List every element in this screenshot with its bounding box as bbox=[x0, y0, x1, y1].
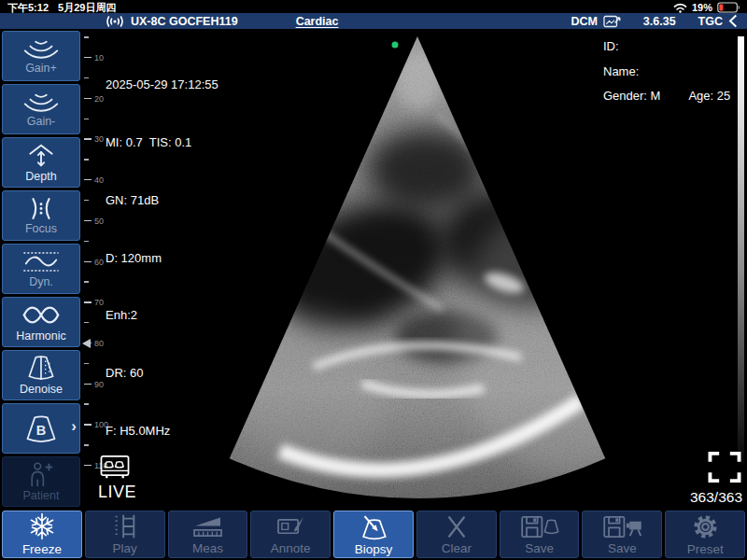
annotate-label: Annote bbox=[271, 541, 311, 555]
patient-label: Patient bbox=[23, 489, 60, 502]
gain-minus-button[interactable]: Gain- bbox=[2, 84, 80, 134]
clear-label: Clear bbox=[442, 541, 472, 555]
bottom-toolbar: Freeze Play Meas bbox=[0, 509, 747, 560]
ruler-tick bbox=[84, 220, 92, 221]
play-label: Play bbox=[113, 541, 137, 555]
battery-icon bbox=[717, 2, 740, 13]
patient-gender: Gender: M bbox=[603, 89, 660, 103]
ruler-depth-label: 50 bbox=[94, 217, 104, 226]
patient-id: ID: bbox=[603, 39, 730, 53]
focus-marker bbox=[82, 339, 91, 348]
imaging-parameters: 2025-05-29 17:12:55 MI: 0.7 TIS: 0.1 GN:… bbox=[106, 37, 218, 480]
gain-plus-button[interactable]: Gain+ bbox=[2, 31, 80, 81]
gain-text: GN: 71dB bbox=[106, 191, 218, 211]
dynamic-range-label: Dyn. bbox=[29, 275, 53, 288]
ruler-tick bbox=[84, 36, 89, 37]
tgc-chevron-icon[interactable] bbox=[728, 14, 738, 28]
measure-label: Meas bbox=[192, 541, 223, 555]
gain-plus-label: Gain+ bbox=[25, 62, 57, 75]
ruler-tick bbox=[84, 424, 92, 425]
save-video-button[interactable]: Save bbox=[582, 511, 662, 558]
b-mode-expand-chevron-icon[interactable]: › bbox=[71, 417, 77, 436]
ruler-depth-label: 80 bbox=[94, 339, 104, 348]
dcm-label[interactable]: DCM bbox=[571, 15, 597, 28]
dynamic-range-button[interactable]: Dyn. bbox=[2, 244, 80, 294]
grayscale-map-bar bbox=[738, 36, 744, 465]
orientation-marker-dot bbox=[392, 42, 399, 49]
annotate-button[interactable]: Annote bbox=[250, 511, 331, 558]
patient-age: Age: 25 bbox=[688, 89, 730, 103]
patient-info: ID: Name: Gender: M Age: 25 bbox=[603, 39, 730, 114]
focus-button[interactable]: Focus bbox=[2, 190, 80, 241]
save-image-button[interactable]: Save bbox=[500, 511, 580, 558]
ruler-tick bbox=[84, 384, 92, 385]
ruler-tick bbox=[84, 281, 89, 282]
exam-preset-link[interactable]: Cardiac bbox=[296, 15, 339, 28]
tgc-label[interactable]: TGC bbox=[698, 15, 723, 28]
freeze-button[interactable]: Freeze bbox=[2, 511, 82, 558]
ultrasound-app: 下午5:12 5月29日周四 19% bbox=[0, 0, 747, 560]
freeze-label: Freeze bbox=[22, 542, 62, 556]
mi-tis-text: MI: 0.7 TIS: 0.1 bbox=[106, 133, 218, 153]
ruler-depth-label: 90 bbox=[94, 380, 104, 389]
ruler-depth-label: 10 bbox=[94, 53, 104, 63]
annotate-icon bbox=[274, 514, 308, 539]
ruler-tick bbox=[84, 77, 89, 78]
ruler-tick bbox=[84, 322, 89, 323]
ruler-tick bbox=[84, 465, 92, 466]
b-mode-button[interactable]: B › bbox=[2, 403, 80, 454]
ruler-tick bbox=[84, 241, 89, 242]
freeze-icon bbox=[28, 512, 56, 540]
measure-icon bbox=[190, 514, 225, 539]
ruler-tick bbox=[84, 261, 92, 262]
play-button[interactable]: Play bbox=[85, 511, 165, 558]
ios-status-bar: 下午5:12 5月29日周四 19% bbox=[0, 0, 747, 14]
wifi-icon bbox=[673, 3, 687, 13]
clear-button[interactable]: Clear bbox=[416, 511, 497, 558]
clear-icon bbox=[444, 514, 469, 539]
live-label: LIVE bbox=[98, 483, 136, 502]
patient-button[interactable]: Patient bbox=[2, 456, 80, 507]
svg-text:B: B bbox=[36, 423, 46, 438]
dynamic-range-text: DR: 60 bbox=[106, 364, 218, 384]
focus-icon bbox=[23, 197, 59, 220]
patient-icon bbox=[24, 461, 58, 487]
ruler-tick bbox=[84, 301, 92, 302]
ruler-tick bbox=[84, 119, 89, 119]
focus-label: Focus bbox=[25, 222, 57, 235]
preset-button[interactable]: Preset bbox=[665, 511, 745, 558]
app-nav-bar: UX-8C GOCFEH119 Cardiac DCM 3.6.35 TGC bbox=[0, 13, 747, 29]
ruler-tick bbox=[84, 57, 92, 58]
left-toolbar: Gain+ Gain- Depth bbox=[0, 29, 82, 509]
save-image-label: Save bbox=[525, 541, 554, 555]
preset-gear-icon bbox=[692, 513, 719, 540]
ruler-tick bbox=[84, 444, 89, 445]
depth-icon bbox=[23, 143, 59, 168]
ruler-tick bbox=[84, 200, 89, 201]
ruler-tick bbox=[84, 98, 92, 99]
cine-clip-icon bbox=[98, 453, 136, 482]
battery-percent: 19% bbox=[692, 2, 712, 13]
wireless-probe-icon bbox=[105, 15, 125, 28]
measure-button[interactable]: Meas bbox=[168, 511, 248, 558]
app-version: 3.6.35 bbox=[643, 15, 676, 28]
fullscreen-icon[interactable] bbox=[707, 451, 742, 483]
denoise-button[interactable]: Denoise bbox=[2, 350, 80, 400]
ultrasound-display: 102030405060708090100110 2025-05-29 17:1… bbox=[82, 29, 747, 509]
preset-label: Preset bbox=[687, 542, 724, 556]
frame-counter-value: 363/363 bbox=[690, 489, 742, 506]
biopsy-button[interactable]: Biopsy bbox=[333, 511, 414, 558]
ruler-tick bbox=[84, 159, 89, 160]
gain-plus-icon bbox=[21, 38, 61, 60]
ruler-depth-label: 70 bbox=[94, 298, 104, 307]
ruler-depth-label: 30 bbox=[94, 134, 104, 144]
save-video-label: Save bbox=[608, 541, 637, 555]
depth-button[interactable]: Depth bbox=[2, 137, 80, 188]
play-icon bbox=[110, 513, 140, 539]
device-name: UX-8C GOCFEH119 bbox=[131, 15, 238, 28]
frequency-text: F: H5.0MHz bbox=[106, 422, 218, 441]
dcm-export-icon[interactable] bbox=[603, 14, 621, 28]
harmonic-button[interactable]: Harmonic bbox=[2, 297, 80, 347]
ruler-tick bbox=[84, 179, 92, 180]
gain-minus-icon bbox=[21, 91, 61, 113]
